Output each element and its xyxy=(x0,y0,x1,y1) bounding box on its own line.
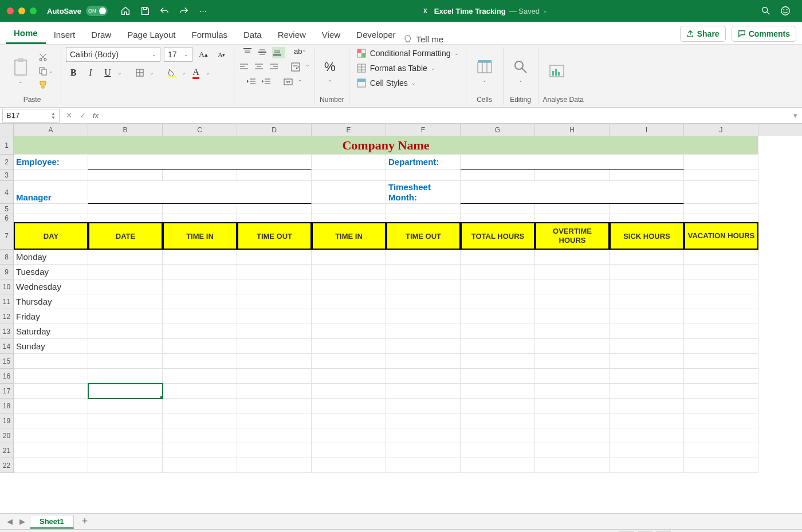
col-header-C[interactable]: C xyxy=(163,124,237,136)
paste-button[interactable]: ⌄ xyxy=(8,56,33,86)
cell[interactable] xyxy=(88,369,163,384)
cell[interactable] xyxy=(461,214,535,222)
header-time-in-2[interactable]: TIME IN xyxy=(312,222,386,250)
header-time-out-1[interactable]: TIME OUT xyxy=(237,222,312,250)
row-header-3[interactable]: 3 xyxy=(0,170,14,181)
cell[interactable] xyxy=(535,428,610,443)
tab-page-layout[interactable]: Page Layout xyxy=(119,25,183,44)
cell[interactable] xyxy=(386,399,461,413)
cell[interactable] xyxy=(88,354,163,369)
cell[interactable] xyxy=(312,369,386,384)
cell[interactable] xyxy=(461,294,535,309)
cell[interactable] xyxy=(610,413,684,428)
save-icon[interactable] xyxy=(139,5,151,17)
font-color-button[interactable]: A xyxy=(188,65,203,80)
cell[interactable] xyxy=(163,250,237,265)
tell-me-button[interactable]: Tell me xyxy=(403,34,443,44)
cell[interactable] xyxy=(461,309,535,324)
cell[interactable] xyxy=(312,250,386,265)
cell[interactable] xyxy=(461,204,535,214)
add-sheet-button[interactable]: + xyxy=(76,515,94,527)
tab-insert[interactable]: Insert xyxy=(46,25,84,44)
align-top-button[interactable] xyxy=(242,47,255,58)
cell[interactable] xyxy=(88,250,163,265)
cell[interactable] xyxy=(312,181,386,204)
cell[interactable] xyxy=(163,294,237,309)
row-header-14[interactable]: 14 xyxy=(0,339,14,354)
cell[interactable] xyxy=(535,413,610,428)
cell[interactable] xyxy=(88,279,163,294)
cell[interactable] xyxy=(88,265,163,279)
row-header-20[interactable]: 20 xyxy=(0,428,14,443)
chevron-down-icon[interactable]: ⌄ xyxy=(150,70,154,76)
cell[interactable] xyxy=(163,324,237,339)
day-cell[interactable]: Monday xyxy=(14,250,88,265)
day-cell[interactable]: Tuesday xyxy=(14,265,88,279)
cell[interactable] xyxy=(684,181,758,204)
row-header-4[interactable]: 4 xyxy=(0,181,14,204)
cell[interactable] xyxy=(610,204,684,214)
cell[interactable] xyxy=(684,204,758,214)
header-vacation[interactable]: VACATION HOURS xyxy=(684,222,758,250)
cell[interactable] xyxy=(386,294,461,309)
row-header-5[interactable]: 5 xyxy=(0,204,14,214)
cell[interactable] xyxy=(386,443,461,458)
cell[interactable] xyxy=(535,250,610,265)
cell[interactable] xyxy=(461,458,535,473)
row-header-1[interactable]: 1 xyxy=(0,136,14,155)
cell[interactable] xyxy=(535,204,610,214)
cell[interactable] xyxy=(237,294,312,309)
cell[interactable] xyxy=(610,170,684,181)
cell[interactable] xyxy=(163,170,237,181)
fx-label[interactable]: fx xyxy=(93,111,99,120)
cell[interactable] xyxy=(461,369,535,384)
row-header-15[interactable]: 15 xyxy=(0,354,14,369)
cell[interactable] xyxy=(684,324,758,339)
cell[interactable] xyxy=(610,324,684,339)
cell[interactable] xyxy=(684,250,758,265)
manager-input-cell[interactable] xyxy=(88,181,312,204)
cell[interactable] xyxy=(237,250,312,265)
header-overtime[interactable]: OVERTIME HOURS xyxy=(535,222,610,250)
font-name-select[interactable]: Calibri (Body)⌄ xyxy=(66,47,160,62)
cell[interactable] xyxy=(461,384,535,399)
timesheet-input-cell[interactable] xyxy=(461,181,684,204)
cell[interactable] xyxy=(88,324,163,339)
cell[interactable] xyxy=(312,384,386,399)
cell[interactable] xyxy=(237,339,312,354)
cell[interactable] xyxy=(88,214,163,222)
cell[interactable] xyxy=(461,399,535,413)
row-header-11[interactable]: 11 xyxy=(0,294,14,309)
cell[interactable] xyxy=(535,458,610,473)
cell[interactable] xyxy=(237,324,312,339)
format-painter-button[interactable] xyxy=(36,78,56,91)
cell[interactable] xyxy=(312,354,386,369)
cell[interactable] xyxy=(237,309,312,324)
cell[interactable] xyxy=(461,413,535,428)
format-as-table-button[interactable]: Format as Table⌄ xyxy=(354,62,438,74)
share-button[interactable]: Share xyxy=(680,26,726,42)
cell[interactable] xyxy=(237,265,312,279)
chevron-down-icon[interactable]: ⌄ xyxy=(305,62,310,73)
cell-styles-button[interactable]: Cell Styles⌄ xyxy=(354,77,418,89)
row-header-19[interactable]: 19 xyxy=(0,413,14,428)
cell[interactable] xyxy=(684,413,758,428)
row-header-9[interactable]: 9 xyxy=(0,265,14,279)
cell[interactable] xyxy=(610,294,684,309)
cell[interactable] xyxy=(386,384,461,399)
borders-button[interactable] xyxy=(132,65,147,80)
cell[interactable] xyxy=(163,428,237,443)
col-header-F[interactable]: F xyxy=(386,124,461,136)
cell[interactable] xyxy=(312,324,386,339)
italic-button[interactable]: I xyxy=(83,65,98,80)
cell[interactable] xyxy=(535,399,610,413)
cell[interactable] xyxy=(610,214,684,222)
decrease-indent-button[interactable] xyxy=(246,77,259,88)
cell[interactable] xyxy=(610,458,684,473)
merge-button[interactable] xyxy=(283,77,296,88)
day-cell[interactable]: Saturday xyxy=(14,324,88,339)
row-header-18[interactable]: 18 xyxy=(0,399,14,413)
cell[interactable] xyxy=(237,170,312,181)
cell[interactable] xyxy=(312,204,386,214)
cell[interactable] xyxy=(610,399,684,413)
